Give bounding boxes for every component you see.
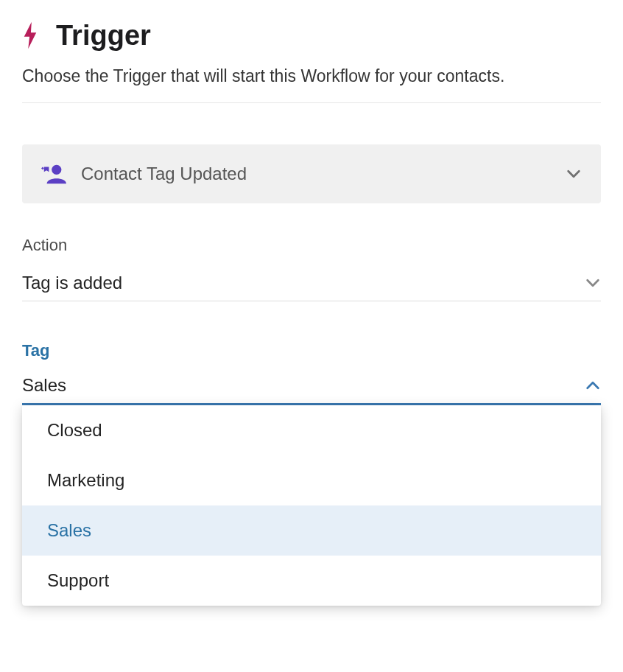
tag-option[interactable]: Support (22, 556, 601, 606)
contact-tag-icon (41, 164, 66, 184)
action-label: Action (22, 236, 601, 255)
page-header: Trigger (22, 19, 601, 66)
svg-point-0 (52, 165, 61, 175)
chevron-down-icon (585, 275, 601, 291)
tag-option[interactable]: Sales (22, 505, 601, 556)
chevron-down-icon (566, 166, 582, 182)
tag-option[interactable]: Closed (22, 405, 601, 455)
tag-label: Tag (22, 341, 601, 360)
tag-value: Sales (22, 375, 66, 396)
tag-dropdown: ClosedMarketingSalesSupport (22, 405, 601, 606)
tag-option[interactable]: Marketing (22, 455, 601, 505)
chevron-up-icon (585, 377, 601, 393)
trigger-selected-label: Contact Tag Updated (81, 164, 551, 184)
tag-select[interactable]: Sales (22, 371, 601, 405)
tag-field: Tag Sales ClosedMarketingSalesSupport (22, 341, 601, 606)
action-select[interactable]: Tag is added (22, 267, 601, 301)
action-value: Tag is added (22, 273, 122, 293)
page-subtitle: Choose the Trigger that will start this … (22, 66, 601, 103)
trigger-select[interactable]: Contact Tag Updated (22, 144, 601, 203)
lightning-bolt-icon (22, 19, 43, 52)
page-title: Trigger (56, 20, 151, 52)
action-field: Action Tag is added (22, 236, 601, 301)
